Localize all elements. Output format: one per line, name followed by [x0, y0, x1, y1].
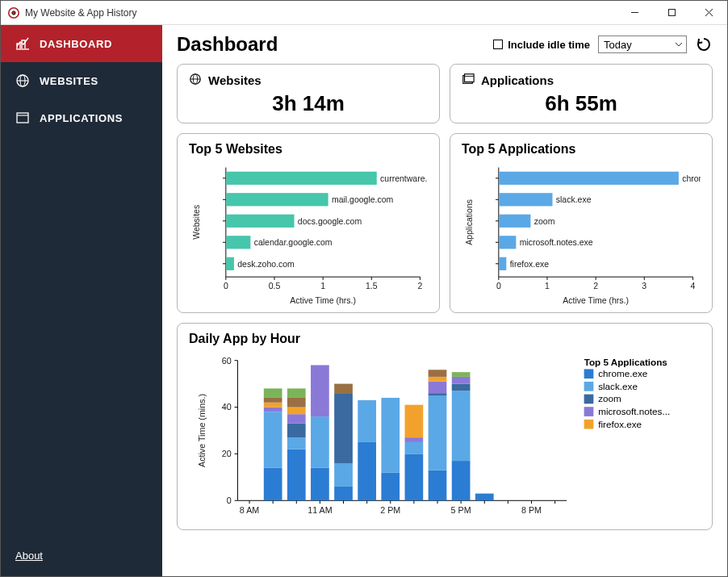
svg-text:currentware.com: currentware.com	[380, 174, 428, 183]
svg-rect-122	[334, 487, 353, 500]
svg-rect-132	[405, 438, 424, 443]
top-applications-card: Top 5 Applications 01234Active Time (hrs…	[450, 133, 713, 313]
svg-text:slack.exe: slack.exe	[598, 381, 638, 391]
svg-rect-125	[334, 384, 353, 394]
sidebar-item-websites[interactable]: WEBSITES	[1, 62, 162, 99]
svg-text:mail.google.com: mail.google.com	[332, 194, 394, 204]
date-range-value: Today	[604, 39, 632, 51]
svg-text:firefox.exe: firefox.exe	[598, 419, 642, 429]
svg-rect-136	[429, 394, 447, 396]
svg-text:2: 2	[418, 281, 423, 291]
svg-rect-38	[226, 215, 294, 228]
top-websites-card: Top 5 Websites 00.511.52Active Time (hrs…	[177, 133, 440, 313]
svg-rect-3	[668, 10, 675, 16]
sidebar-item-dashboard[interactable]: DASHBOARD	[1, 25, 162, 62]
main-content: Dashboard Include idle time Today	[162, 25, 727, 576]
svg-rect-130	[405, 454, 424, 501]
refresh-button[interactable]	[695, 36, 713, 53]
minimize-button[interactable]	[616, 1, 653, 25]
svg-text:20: 20	[222, 449, 232, 459]
svg-rect-144	[452, 373, 471, 378]
svg-rect-107	[264, 412, 282, 468]
svg-rect-111	[264, 389, 282, 399]
svg-text:Active Time (hrs.): Active Time (hrs.)	[563, 295, 629, 305]
svg-rect-147	[584, 370, 594, 379]
svg-rect-141	[452, 391, 471, 462]
svg-text:1.5: 1.5	[366, 281, 378, 291]
svg-rect-118	[287, 389, 306, 399]
svg-rect-112	[287, 449, 306, 501]
svg-text:zoom: zoom	[534, 216, 555, 226]
svg-text:Applications: Applications	[464, 199, 474, 245]
svg-point-1	[12, 10, 15, 14]
svg-rect-10	[17, 113, 28, 123]
refresh-icon	[696, 36, 712, 52]
about-link[interactable]: About	[1, 540, 162, 576]
svg-rect-153	[584, 408, 594, 417]
svg-text:Top 5 Applications: Top 5 Applications	[584, 357, 668, 367]
svg-rect-67	[499, 215, 530, 228]
globe-icon	[15, 73, 30, 88]
svg-rect-137	[429, 382, 447, 393]
svg-text:0: 0	[227, 496, 232, 506]
svg-rect-126	[358, 442, 376, 500]
svg-rect-138	[429, 377, 447, 382]
svg-text:chrome.exe: chrome.exe	[682, 174, 701, 183]
close-button[interactable]	[690, 1, 727, 25]
svg-text:1: 1	[545, 281, 550, 291]
svg-text:0.5: 0.5	[269, 281, 281, 291]
svg-text:4: 4	[691, 281, 696, 291]
card-title: Top 5 Applications	[462, 142, 701, 157]
svg-rect-149	[584, 382, 594, 391]
svg-rect-114	[287, 424, 306, 437]
svg-text:60: 60	[222, 356, 232, 366]
app-logo-icon	[7, 6, 20, 19]
sidebar: DASHBOARD WEBSITES APPLICATIONS About	[1, 25, 162, 576]
svg-rect-124	[334, 394, 353, 464]
svg-rect-16	[465, 74, 475, 82]
svg-text:calendar.google.com: calendar.google.com	[254, 237, 333, 247]
daily-by-hour-chart: 0204060Active Time (mins.)8 AM11 AM2 PM5…	[189, 349, 701, 523]
svg-rect-110	[264, 398, 282, 403]
svg-rect-143	[452, 377, 471, 384]
svg-text:3: 3	[642, 281, 646, 291]
svg-rect-32	[226, 172, 376, 185]
svg-rect-41	[226, 236, 250, 249]
svg-rect-113	[287, 438, 306, 449]
svg-rect-70	[499, 236, 516, 249]
svg-text:40: 40	[222, 403, 232, 412]
svg-text:2 PM: 2 PM	[380, 505, 400, 515]
summary-card-label: Websites	[208, 73, 261, 87]
card-title: Daily App by Hour	[189, 332, 701, 346]
svg-rect-133	[405, 405, 424, 438]
svg-text:zoom: zoom	[598, 394, 621, 404]
app-window: My Website & App History DASHBOARD	[0, 0, 728, 577]
globe-icon	[189, 73, 202, 88]
card-title: Top 5 Websites	[189, 142, 428, 157]
svg-rect-108	[264, 408, 282, 412]
include-idle-label: Include idle time	[508, 39, 590, 51]
maximize-button[interactable]	[653, 1, 690, 25]
top-websites-chart: 00.511.52Active Time (hrs.)Websitescurre…	[189, 160, 428, 306]
date-range-select[interactable]: Today	[598, 36, 687, 53]
svg-text:slack.exe: slack.exe	[556, 194, 592, 204]
svg-text:0: 0	[496, 281, 501, 291]
svg-text:microsoft.notes...: microsoft.notes...	[598, 406, 670, 416]
svg-rect-128	[381, 473, 400, 501]
dashboard-icon	[15, 36, 30, 51]
svg-rect-73	[499, 257, 506, 270]
svg-text:2: 2	[593, 281, 598, 291]
include-idle-checkbox[interactable]: Include idle time	[493, 39, 590, 51]
svg-text:8 PM: 8 PM	[521, 505, 542, 515]
summary-card-label: Applications	[481, 73, 554, 87]
application-window-icon	[15, 111, 30, 125]
page-header: Dashboard Include idle time Today	[177, 33, 713, 56]
window-title: My Website & App History	[25, 7, 137, 19]
svg-text:Websites: Websites	[191, 205, 201, 240]
svg-rect-127	[358, 400, 376, 442]
sidebar-item-applications[interactable]: APPLICATIONS	[1, 99, 162, 136]
checkbox-box	[493, 40, 503, 49]
applications-total-time: 6h 55m	[462, 91, 701, 116]
svg-rect-140	[452, 461, 471, 500]
svg-rect-123	[334, 463, 353, 487]
